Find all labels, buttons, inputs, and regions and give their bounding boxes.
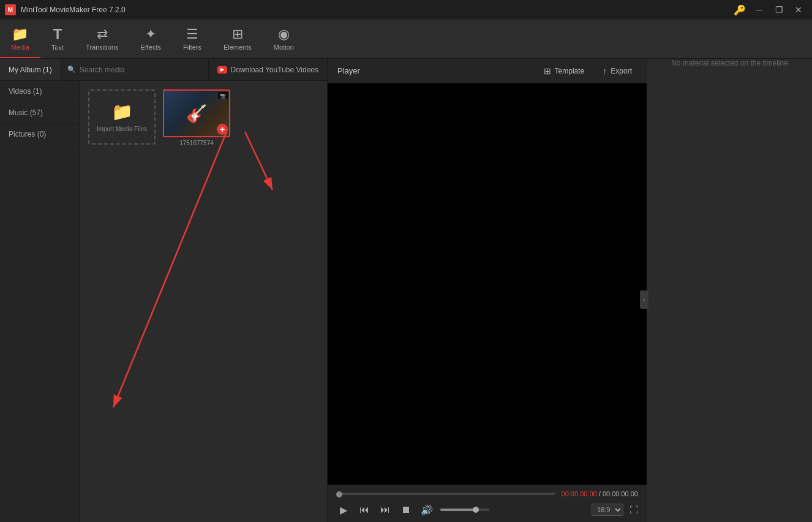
left-body: Videos (1) Music (57) Pictures (0) 📁 Imp…: [0, 81, 327, 522]
app-title: MiniTool MovieMaker Free 7.2.0: [21, 6, 126, 14]
text-label: Text: [51, 44, 64, 51]
sidebar-videos-label: Videos (1): [9, 87, 42, 96]
player-video-area: [328, 83, 647, 485]
download-youtube-label: Download YouTube Videos: [231, 66, 318, 74]
app-icon: M: [5, 4, 16, 15]
media-icon: 📁: [12, 28, 28, 41]
motion-icon: ◉: [278, 28, 290, 41]
search-icon: 🔍: [67, 66, 76, 74]
time-current: 00:00:00.00: [562, 490, 597, 497]
time-total: 00:00:00.00: [603, 490, 638, 497]
main-area: My Album (1) 🔍 ▶ Download YouTube Videos…: [0, 59, 812, 522]
player-section: Player ⊞ Template ↑ Export: [328, 59, 812, 522]
filters-icon: ☰: [186, 28, 198, 41]
title-bar-left: M MiniTool MovieMaker Free 7.2.0: [5, 4, 126, 15]
my-album-tab[interactable]: My Album (1): [0, 59, 61, 80]
toolbar-media[interactable]: 📁 Media: [0, 20, 40, 58]
toolbar-effects[interactable]: ✦ Effects: [130, 20, 172, 58]
media-label: Media: [11, 44, 29, 51]
key-icon: 🔑: [734, 4, 746, 16]
import-media-box[interactable]: 📁 Import Media Files: [88, 89, 156, 145]
main-toolbar: 📁 Media T Text ⇄ Transitions ✦ Effects ☰…: [0, 20, 812, 59]
properties-panel: No material selected on the timeline: [647, 59, 812, 67]
search-input[interactable]: [80, 66, 153, 74]
sidebar-pictures-label: Pictures (0): [9, 130, 46, 138]
left-panel: My Album (1) 🔍 ▶ Download YouTube Videos…: [0, 59, 328, 522]
volume-slider[interactable]: [440, 509, 489, 511]
sidebar-music-label: Music (57): [9, 108, 43, 117]
import-label: Import Media Files: [97, 126, 147, 132]
thumbnail-image: 📷 +: [163, 89, 230, 137]
transitions-label: Transitions: [86, 44, 118, 51]
youtube-icon: ▶: [217, 66, 227, 74]
sidebar-item-music[interactable]: Music (57): [0, 102, 79, 124]
close-button[interactable]: ✕: [790, 1, 807, 18]
progress-bar-container: 00:00:00.00 / 00:00:00.00: [336, 490, 638, 497]
template-label: Template: [555, 67, 585, 75]
effects-label: Effects: [141, 44, 161, 51]
player-label: Player: [337, 66, 360, 75]
aspect-ratio-select[interactable]: 16:9 4:3 1:1 9:16: [592, 504, 623, 516]
player-video: [328, 83, 647, 485]
play-button[interactable]: ▶: [336, 502, 351, 517]
stop-button[interactable]: ⏹: [399, 502, 413, 517]
restore-button[interactable]: ❐: [770, 1, 788, 18]
folder-icon: 📁: [111, 102, 133, 122]
elements-icon: ⊞: [232, 28, 243, 41]
add-to-timeline-badge[interactable]: +: [217, 124, 228, 135]
template-button[interactable]: ⊞ Template: [539, 64, 590, 78]
right-area: Player ⊞ Template ↑ Export: [328, 59, 812, 522]
filters-label: Filters: [183, 44, 201, 51]
toolbar-motion[interactable]: ◉ Motion: [263, 20, 305, 58]
sidebar-item-pictures[interactable]: Pictures (0): [0, 124, 79, 145]
toolbar-transitions[interactable]: ⇄ Transitions: [75, 20, 129, 58]
search-media-box[interactable]: 🔍: [61, 59, 209, 80]
export-label: Export: [611, 67, 632, 75]
toolbar-filters[interactable]: ☰ Filters: [172, 20, 212, 58]
key-button[interactable]: 🔑: [731, 1, 748, 18]
media-grid: 📁 Import Media Files 📷 + 1751677574: [80, 81, 327, 522]
properties-panel-wrapper: › No material selected on the timeline: [647, 59, 812, 522]
motion-label: Motion: [274, 44, 294, 51]
playback-controls: 00:00:00.00 / 00:00:00.00 ▶ ⏮ ⏭ ⏹ 🔊: [328, 485, 647, 522]
player-header: Player ⊞ Template ↑ Export: [328, 59, 647, 83]
elements-label: Elements: [224, 44, 252, 51]
toolbar-text[interactable]: T Text: [40, 20, 75, 58]
download-youtube-button[interactable]: ▶ Download YouTube Videos: [209, 59, 327, 80]
progress-bar[interactable]: [336, 493, 555, 495]
left-header: My Album (1) 🔍 ▶ Download YouTube Videos: [0, 59, 327, 81]
transitions-icon: ⇄: [97, 28, 108, 41]
template-icon: ⊞: [544, 66, 551, 76]
my-album-label: My Album (1): [9, 66, 52, 74]
no-material-text: No material selected on the timeline: [671, 59, 788, 67]
sidebar-item-videos[interactable]: Videos (1): [0, 81, 79, 102]
effects-icon: ✦: [145, 28, 156, 41]
export-button[interactable]: ↑ Export: [598, 64, 637, 78]
minimize-button[interactable]: ─: [751, 1, 768, 18]
prev-frame-button[interactable]: ⏮: [357, 502, 372, 517]
media-file-name: 1751677574: [163, 140, 230, 146]
title-bar: M MiniTool MovieMaker Free 7.2.0 🔑 ─ ❐ ✕: [0, 0, 812, 20]
player-panel: Player ⊞ Template ↑ Export: [328, 59, 647, 522]
controls-row: ▶ ⏮ ⏭ ⏹ 🔊 16:9 4:3 1:1 9:16 ⛶: [336, 502, 638, 517]
player-actions: ⊞ Template ↑ Export: [539, 64, 637, 78]
media-type-badge: 📷: [218, 92, 228, 99]
sidebar: Videos (1) Music (57) Pictures (0): [0, 81, 80, 522]
text-icon: T: [53, 27, 62, 42]
panel-toggle-button[interactable]: ›: [640, 290, 648, 309]
title-bar-controls: 🔑 ─ ❐ ✕: [731, 1, 807, 18]
volume-button[interactable]: 🔊: [419, 502, 434, 517]
toolbar-elements[interactable]: ⊞ Elements: [212, 20, 263, 58]
next-frame-button[interactable]: ⏭: [378, 502, 393, 517]
export-icon: ↑: [603, 66, 607, 76]
media-thumbnail[interactable]: 📷 + 1751677574: [163, 89, 230, 146]
time-display: 00:00:00.00 / 00:00:00.00: [562, 490, 638, 497]
fullscreen-button[interactable]: ⛶: [630, 505, 638, 515]
